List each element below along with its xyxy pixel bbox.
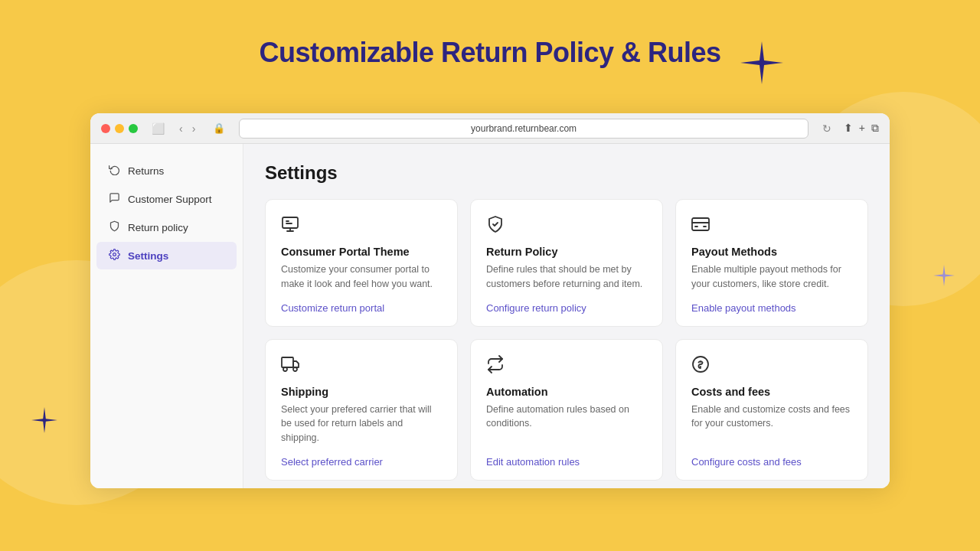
return-policy-icon [109,220,120,234]
consumer-portal-theme-title: Consumer Portal Theme [281,246,442,258]
automation-desc: Define automation rules based on conditi… [486,403,647,445]
shipping-icon [281,355,442,378]
maximize-dot[interactable] [129,124,138,133]
card-costs-fees: Costs and fees Enable and customize cost… [675,339,868,481]
customize-return-portal-link[interactable]: Customize return portal [281,302,442,314]
traffic-lights [101,124,138,133]
browser-body: Returns Customer Support Return policy S… [90,144,890,488]
sidebar-label-return-policy: Return policy [128,222,188,233]
select-preferred-carrier-link[interactable]: Select preferred carrier [281,456,442,468]
payout-methods-icon [691,215,852,238]
shipping-desc: Select your prefered carrier that will b… [281,403,442,445]
customer-support-icon [109,192,120,206]
reload-icon[interactable]: ↻ [822,122,831,135]
svg-rect-4 [692,218,709,230]
payout-methods-title: Payout Methods [691,246,852,258]
automation-title: Automation [486,386,647,398]
browser-chrome: ⬜ ‹ › 🔒 yourbrand.returnbear.com ↻ ⬆ + ⧉ [90,113,890,144]
shipping-title: Shipping [281,386,442,398]
close-dot[interactable] [101,124,110,133]
configure-return-policy-link[interactable]: Configure return policy [486,302,647,314]
enable-payout-methods-link[interactable]: Enable payout methods [691,302,852,314]
sidebar-item-settings[interactable]: Settings [96,242,237,269]
settings-cards-grid: Consumer Portal Theme Customize your con… [265,199,868,481]
costs-fees-desc: Enable and customize costs and fees for … [691,403,852,445]
card-automation: Automation Define automation rules based… [470,339,663,481]
svg-point-0 [113,253,116,256]
card-return-policy: Return Policy Define rules that should b… [470,199,663,327]
star-small-right-icon [933,264,956,291]
sidebar-item-customer-support[interactable]: Customer Support [96,185,237,213]
new-tab-icon[interactable]: + [859,122,865,135]
settings-icon [109,249,120,262]
page-title: Settings [265,162,868,184]
svg-point-8 [293,367,297,371]
browser-nav: ‹ › [177,121,198,136]
card-payout-methods: Payout Methods Enable multiple payout me… [675,199,868,327]
consumer-portal-theme-desc: Customize your consumer portal to make i… [281,262,442,292]
back-button[interactable]: ‹ [177,121,185,136]
return-policy-card-title: Return Policy [486,246,647,258]
automation-icon [486,355,647,378]
sidebar-label-settings: Settings [128,250,168,262]
return-policy-card-icon [486,215,647,238]
sidebar-label-returns: Returns [128,165,164,177]
browser-window: ⬜ ‹ › 🔒 yourbrand.returnbear.com ↻ ⬆ + ⧉… [90,113,890,488]
sidebar: Returns Customer Support Return policy S… [90,144,243,488]
main-content: Settings Consumer Portal Theme Customize… [243,144,890,488]
page-heading: Customizable Return Policy & Rules [0,0,980,69]
svg-rect-1 [283,217,298,228]
return-policy-card-desc: Define rules that should be met by custo… [486,262,647,292]
consumer-portal-theme-icon [281,215,442,238]
svg-point-7 [283,367,287,371]
card-consumer-portal-theme: Consumer Portal Theme Customize your con… [265,199,458,327]
minimize-dot[interactable] [115,124,124,133]
tabs-icon[interactable]: ⧉ [871,122,879,135]
address-bar[interactable]: yourbrand.returnbear.com [239,119,808,139]
costs-fees-title: Costs and fees [691,386,852,398]
star-small-left-icon [31,406,58,438]
address-text: yourbrand.returnbear.com [471,123,577,134]
returns-icon [109,164,120,178]
costs-fees-icon [691,355,852,378]
payout-methods-desc: Enable multiple payout methods for your … [691,262,852,292]
edit-automation-rules-link[interactable]: Edit automation rules [486,456,647,468]
sidebar-item-return-policy[interactable]: Return policy [96,214,237,241]
forward-button[interactable]: › [190,121,198,136]
card-shipping: Shipping Select your prefered carrier th… [265,339,458,481]
svg-rect-6 [282,357,293,367]
configure-costs-fees-link[interactable]: Configure costs and fees [691,456,852,468]
browser-actions: ⬆ + ⧉ [844,122,879,135]
share-icon[interactable]: ⬆ [844,122,853,135]
sidebar-label-customer-support: Customer Support [128,194,212,205]
sidebar-item-returns[interactable]: Returns [96,157,237,184]
sidebar-toggle-icon[interactable]: ⬜ [152,122,165,135]
security-icon: 🔒 [213,122,225,134]
